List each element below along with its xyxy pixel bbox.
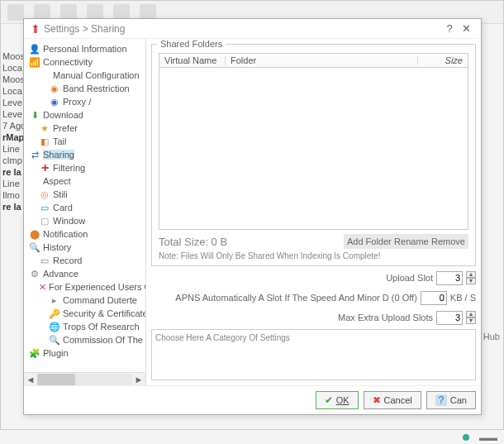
tree-item[interactable]: 👤Personal Information (27, 42, 145, 55)
tree-item[interactable]: ✚Filtering (27, 161, 145, 174)
remove-button[interactable]: Remove (431, 236, 465, 246)
tree-item-label: Sharing (43, 150, 74, 160)
tree-item[interactable]: ⬤Notification (27, 227, 145, 241)
cancel-button[interactable]: ✖ Cancel (364, 391, 421, 409)
ok-button[interactable]: ✔ OK (316, 391, 359, 409)
tree-item[interactable]: 📶Connectivity (27, 55, 145, 69)
main-panel: Shared Folders Virtual Name Folder Size … (146, 39, 481, 385)
scroll-thumb[interactable] (37, 374, 75, 385)
tree-item[interactable]: ⇄Sharing (27, 148, 145, 161)
check-icon: ✔ (325, 394, 333, 406)
tree-item[interactable]: ▢Window (27, 214, 145, 227)
x-icon: ✖ (373, 394, 381, 406)
rename-button[interactable]: Rename (394, 236, 429, 246)
tree-item-icon: 🧩 (29, 347, 40, 359)
tree-item[interactable]: ◎Stili (27, 188, 145, 201)
tree-item-icon: ◉ (49, 83, 60, 94)
tree-item[interactable]: ▸Command Duterte (27, 294, 145, 307)
tree-item-label: Connectivity (43, 57, 93, 67)
tree-item-label: Stili (53, 189, 68, 199)
folder-actions: Add Folder Rename Remove (344, 234, 468, 249)
col-size[interactable]: Size (418, 55, 468, 65)
tree-item[interactable]: ⬇Download (27, 108, 145, 122)
upload-slot-spinner[interactable]: ▲▼ (466, 271, 476, 284)
tree-item[interactable]: ▭Card (27, 201, 145, 214)
tree-scrollbar[interactable]: ◄ ► (24, 372, 145, 385)
bg-hub-label: Hub (483, 332, 500, 341)
tree-item[interactable]: Manual Configuration (27, 69, 145, 82)
tree-item-label: Manual Configuration (53, 70, 140, 80)
statusbar: ▬▬ (0, 429, 504, 444)
col-virtual-name[interactable]: Virtual Name (159, 55, 226, 65)
apns-row: APNS Automatically A Slot If The Speed A… (151, 289, 476, 306)
tree-item-label: History (43, 242, 71, 252)
add-folder-button[interactable]: Add Folder (347, 236, 392, 246)
col-folder[interactable]: Folder (226, 55, 418, 65)
tree-item[interactable]: ▭Record (27, 254, 145, 267)
category-tree[interactable]: 👤Personal Information📶ConnectivityManual… (24, 39, 146, 385)
tree-item-label: Personal Information (43, 44, 127, 54)
tree-item-label: Plugin (43, 348, 69, 358)
tree-item-label: For Experienced Users Only (49, 282, 146, 292)
tree-item-icon: ◧ (39, 136, 50, 147)
apns-input[interactable] (421, 291, 447, 305)
tree-item-label: Commission Of The European Communities (63, 335, 146, 345)
upload-slot-input[interactable] (436, 271, 463, 285)
scroll-left-icon[interactable]: ◄ (24, 375, 37, 384)
tree-item[interactable]: 🔑Security & Certificates (27, 307, 145, 320)
tree-item[interactable]: ★Prefer (27, 122, 145, 135)
help-dialog-button[interactable]: ? Can (426, 391, 476, 409)
tree-item-label: Aspect (43, 176, 71, 186)
dialog-title: Settings > Sharing (44, 23, 441, 35)
maxextra-spinner[interactable]: ▲▼ (466, 311, 476, 324)
tree-item-icon: ⚙ (29, 268, 40, 279)
tree-item-icon: ⇄ (29, 149, 40, 160)
titlebar: ⬆ Settings > Sharing ? ✕ (24, 19, 481, 39)
tree-item-label: Filtering (53, 163, 85, 173)
apns-label: APNS Automatically A Slot If The Speed A… (175, 293, 416, 303)
tree-item-icon (29, 175, 40, 187)
shared-folders-group: Shared Folders Virtual Name Folder Size … (151, 44, 476, 266)
tree-item[interactable]: 🔍Commission Of The European Communities (27, 333, 145, 346)
tree-item[interactable]: ◉Band Restriction (27, 82, 145, 95)
tree-item[interactable]: ◧Tail (27, 135, 145, 148)
close-button[interactable]: ✕ (458, 22, 474, 35)
tree-item-icon: ✕ (39, 281, 46, 293)
question-icon: ? (435, 394, 447, 406)
tree-item-label: Download (43, 110, 83, 120)
tree-item-icon: ▭ (39, 202, 50, 213)
tree-item[interactable]: 🧩Plugin (27, 346, 145, 360)
tree-item-icon: ◉ (49, 96, 60, 107)
tree-item-label: Security & Certificates (63, 308, 146, 318)
tree-item[interactable]: 🔍History (27, 241, 145, 254)
settings-dialog: ⬆ Settings > Sharing ? ✕ 👤Personal Infor… (23, 18, 482, 415)
tree-item-label: Trops Of Research (63, 322, 140, 332)
tree-item-icon: ✚ (39, 162, 50, 174)
scroll-right-icon[interactable]: ► (132, 375, 145, 384)
tree-item-icon: ▭ (39, 255, 50, 266)
tree-item[interactable]: ◉Proxy / (27, 95, 145, 108)
tree-item-label: Proxy / (63, 97, 91, 107)
folder-list-header: Virtual Name Folder Size (159, 53, 468, 68)
tree-item[interactable]: ⚙Advance (27, 267, 145, 280)
bg-sidebar: MoosLocaMoosLocaLeveLeve7 AgorMapLinecIm… (1, 50, 24, 212)
tree-item[interactable]: ✕For Experienced Users Only (27, 280, 145, 294)
tree-item-label: Tail (53, 136, 67, 146)
app-icon: ⬆ (31, 24, 40, 34)
maxextra-input[interactable] (436, 311, 463, 325)
description-box: Choose Here A Category Of Settings (151, 329, 476, 380)
tree-item[interactable]: 🌐Trops Of Research (27, 320, 145, 333)
help-button[interactable]: ? (441, 22, 458, 35)
group-title: Shared Folders (157, 39, 226, 49)
tree-item-icon: ▢ (39, 215, 50, 227)
apns-suffix: KB / S (450, 293, 476, 303)
tree-item-label: Command Duterte (63, 295, 137, 305)
tree-item[interactable]: Aspect (27, 174, 145, 188)
status-dot-icon (463, 434, 469, 441)
tree-item-icon: 🔍 (49, 334, 60, 346)
tree-item-icon: 🌐 (49, 321, 60, 332)
upload-slot-row: Upload Slot ▲▼ (151, 270, 476, 286)
tree-item-icon: 🔍 (29, 241, 40, 253)
folder-list[interactable] (159, 68, 468, 230)
dialog-buttons: ✔ OK ✖ Cancel ? Can (24, 385, 481, 414)
